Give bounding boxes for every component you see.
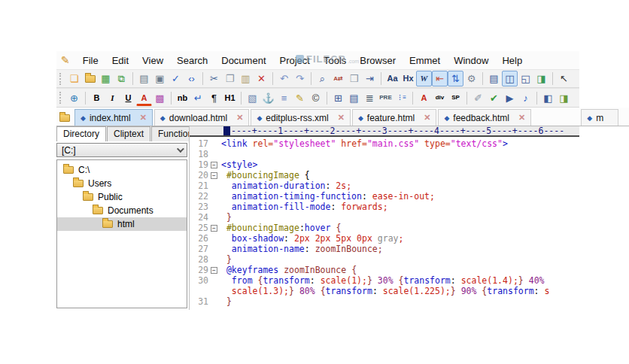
tree-item-documents[interactable]: Documents — [57, 204, 187, 217]
cut-icon[interactable]: ✂ — [206, 71, 222, 86]
fold-collapse-icon[interactable]: − — [211, 225, 217, 232]
code-text[interactable]: <style> — [221, 159, 257, 170]
close-icon[interactable]: ✕ — [140, 113, 147, 123]
preferences-icon[interactable]: ⚙ — [463, 71, 479, 86]
code-text[interactable]: #bouncingImage { — [221, 170, 310, 180]
spell-check-icon[interactable]: ✓ — [168, 71, 184, 86]
video-icon[interactable]: ▶ — [502, 90, 518, 106]
code-text[interactable]: animation-name: zoomInBounce; — [221, 244, 383, 254]
save-icon[interactable]: ▦ — [98, 71, 114, 86]
tree-item-users[interactable]: Users — [57, 177, 187, 190]
menu-document[interactable]: Document — [214, 53, 272, 68]
menu-edit[interactable]: Edit — [105, 53, 135, 68]
horizontal-rule-icon[interactable]: ≡ — [276, 90, 292, 106]
hex-viewer-icon[interactable]: Hx — [400, 71, 416, 86]
code-text[interactable]: animation-fill-mode: forwards; — [221, 202, 388, 212]
print-preview-icon[interactable]: ▤ — [136, 71, 152, 86]
code-text[interactable]: scale(1.3);} 80% {transform: scale(1.225… — [221, 286, 549, 296]
delete-icon[interactable]: ✕ — [254, 71, 269, 86]
tab-index.html[interactable]: ◆index.html✕ — [74, 109, 153, 126]
close-icon[interactable]: ✕ — [236, 113, 243, 123]
spell-green-icon[interactable]: ✔ — [486, 90, 502, 106]
tree-item-public[interactable]: Public — [57, 190, 187, 204]
menu-browser[interactable]: Browser — [353, 53, 403, 68]
menu-window[interactable]: Window — [447, 53, 495, 68]
undo-icon[interactable]: ↶ — [276, 71, 292, 86]
font-tag-icon[interactable]: A — [416, 90, 432, 106]
span-tag-icon[interactable]: SP — [448, 90, 463, 106]
fold-collapse-icon[interactable]: − — [211, 172, 217, 179]
list-icon[interactable]: ⋮≡ — [394, 90, 409, 106]
blockquote-icon[interactable]: ≣ — [362, 90, 378, 106]
code-text[interactable]: @keyframes zoomInBounce { — [221, 265, 357, 275]
save-all-icon[interactable]: ⧉ — [114, 71, 129, 86]
paste-icon[interactable]: ▥ — [238, 71, 254, 86]
copyright-icon[interactable]: © — [308, 90, 324, 106]
menu-tools[interactable]: Tools — [317, 53, 353, 68]
browser-panel-icon[interactable]: ◨ — [533, 71, 549, 86]
line-break-icon[interactable]: ↵ — [190, 90, 206, 106]
script-edit-icon[interactable]: ✐ — [470, 90, 486, 106]
fold-collapse-icon[interactable]: − — [211, 267, 217, 274]
code-editor[interactable]: ----+----1----+----2----+----3----+----4… — [189, 126, 579, 310]
bold-icon[interactable]: B — [89, 90, 105, 106]
close-icon[interactable]: ✕ — [424, 113, 430, 123]
panel-list-icon[interactable]: ◧ — [540, 90, 556, 106]
font-color-icon[interactable]: A — [136, 92, 152, 106]
underline-icon[interactable]: U — [120, 90, 136, 106]
replace-icon[interactable]: A⇄ — [330, 71, 346, 86]
code-text[interactable]: #bouncingImage:hover { — [221, 223, 341, 233]
panel-grid-icon[interactable]: ◨ — [556, 90, 572, 106]
div-tag-icon[interactable]: div — [432, 90, 448, 106]
tab-m[interactable]: ◆m — [581, 109, 618, 126]
image-icon[interactable]: ▧ — [245, 90, 260, 106]
tab-list-folder-icon[interactable] — [59, 114, 70, 122]
drive-selector[interactable]: [C:] — [56, 143, 187, 157]
tree-item-c[interactable]: C:\ — [57, 163, 187, 177]
change-case-icon[interactable]: Aa — [384, 71, 400, 86]
tab-feature.html[interactable]: ◆feature.html✕ — [352, 109, 437, 126]
anchor-icon[interactable]: ⚓ — [260, 90, 276, 106]
textarea-icon[interactable]: ✎ — [292, 90, 308, 106]
word-wrap-icon[interactable]: W — [416, 71, 432, 86]
copy-icon[interactable]: ❐ — [222, 71, 238, 86]
redo-icon[interactable]: ↷ — [292, 71, 308, 86]
print-icon[interactable]: ▣ — [152, 71, 168, 86]
menu-search[interactable]: Search — [170, 53, 214, 68]
open-file-icon[interactable] — [82, 71, 98, 86]
find-icon[interactable]: ⌕ — [314, 71, 330, 86]
find-in-files-icon[interactable]: ❒ — [346, 71, 362, 86]
select-cursor-icon[interactable]: ↖ — [556, 71, 572, 86]
code-text[interactable]: animation-duration: 2s; — [221, 180, 351, 191]
heading-icon[interactable]: H1 — [222, 90, 238, 106]
tab-editplus-rss.xml[interactable]: ◆editplus-rss.xml✕ — [251, 109, 351, 126]
menu-help[interactable]: Help — [495, 53, 529, 68]
menu-file[interactable]: File — [76, 53, 105, 68]
browser-globe-icon[interactable]: ⊕ — [66, 90, 82, 106]
close-icon[interactable]: ✕ — [518, 113, 525, 123]
goto-line-icon[interactable]: ⇥ — [362, 71, 378, 86]
new-file-icon[interactable]: ❏ — [66, 71, 82, 86]
close-icon[interactable]: ✕ — [338, 113, 345, 123]
nbsp-icon[interactable]: nb — [175, 90, 190, 106]
code-text[interactable]: animation-timing-function: ease-in-out; — [221, 191, 435, 202]
code-text[interactable]: } — [221, 296, 232, 307]
menu-emmet[interactable]: Emmet — [403, 53, 447, 68]
code-text[interactable]: <link rel="stylesheet" href="main.css" t… — [221, 138, 508, 149]
code-text[interactable]: from {transform: scale(1);} 30% {transfo… — [221, 275, 544, 286]
view-in-browser-icon[interactable]: ‹› — [184, 71, 199, 86]
div-center-icon[interactable]: ▤ — [346, 90, 362, 106]
color-palette-icon[interactable]: ▩ — [152, 90, 168, 106]
fold-collapse-icon[interactable]: − — [211, 162, 217, 168]
paragraph-icon[interactable]: ¶ — [206, 90, 222, 106]
menu-view[interactable]: View — [135, 53, 170, 68]
code-text[interactable]: } — [221, 212, 232, 223]
output-panel-icon[interactable]: ◱ — [518, 71, 533, 86]
sidebar-tab-cliptext[interactable]: Cliptext — [107, 126, 150, 141]
code-text[interactable]: } — [221, 254, 232, 265]
music-icon[interactable]: ♪ — [518, 90, 533, 106]
sidebar-tab-directory[interactable]: Directory — [56, 126, 106, 141]
toolbar-grip[interactable] — [59, 73, 62, 85]
italic-icon[interactable]: I — [105, 90, 120, 106]
indent-icon[interactable]: ⇤ — [432, 71, 448, 86]
